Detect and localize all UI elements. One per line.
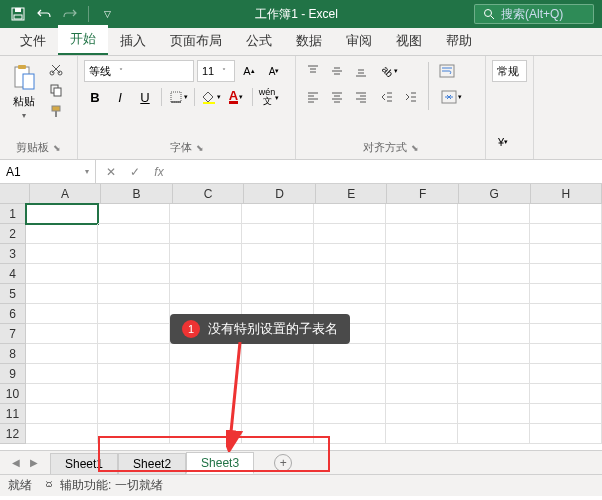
cell[interactable] (98, 304, 170, 324)
cell[interactable] (314, 264, 386, 284)
cell[interactable] (314, 224, 386, 244)
cell[interactable] (98, 224, 170, 244)
cell[interactable] (242, 404, 314, 424)
font-size-select[interactable]: 11˅ (197, 60, 235, 82)
row-header[interactable]: 7 (0, 324, 26, 344)
cell[interactable] (386, 424, 458, 444)
row-header[interactable]: 4 (0, 264, 26, 284)
tab-file[interactable]: 文件 (8, 27, 58, 55)
cell[interactable] (242, 304, 314, 324)
cell[interactable] (98, 204, 170, 224)
cell[interactable] (170, 204, 242, 224)
col-header[interactable]: B (101, 184, 173, 203)
search-box[interactable]: 搜索(Alt+Q) (474, 4, 594, 24)
cell[interactable] (386, 344, 458, 364)
wrap-text-icon[interactable] (435, 60, 459, 82)
cell[interactable] (314, 204, 386, 224)
cell[interactable] (242, 244, 314, 264)
row-header[interactable]: 6 (0, 304, 26, 324)
cell[interactable] (242, 204, 314, 224)
cell[interactable] (26, 324, 98, 344)
row-header[interactable]: 1 (0, 204, 26, 224)
cell[interactable] (26, 244, 98, 264)
cell[interactable] (458, 224, 530, 244)
cell[interactable] (458, 424, 530, 444)
cell[interactable] (386, 284, 458, 304)
font-name-select[interactable]: 等线˅ (84, 60, 194, 82)
cell[interactable] (242, 284, 314, 304)
cell[interactable] (386, 244, 458, 264)
tab-help[interactable]: 帮助 (434, 27, 484, 55)
col-header[interactable]: F (387, 184, 459, 203)
cell[interactable] (314, 364, 386, 384)
currency-icon[interactable]: ¥▾ (492, 131, 514, 153)
cell[interactable] (98, 404, 170, 424)
cell[interactable] (386, 204, 458, 224)
cell[interactable] (98, 264, 170, 284)
col-header[interactable]: A (30, 184, 102, 203)
cell[interactable] (314, 404, 386, 424)
col-header[interactable]: D (244, 184, 316, 203)
cell[interactable] (386, 384, 458, 404)
cell[interactable] (170, 384, 242, 404)
number-format-select[interactable]: 常规 (492, 60, 527, 82)
cell[interactable] (458, 344, 530, 364)
cell[interactable] (242, 344, 314, 364)
cell[interactable] (242, 384, 314, 404)
cell[interactable] (98, 324, 170, 344)
sheet-nav-prev-icon[interactable]: ◀ (8, 455, 24, 471)
cell[interactable] (170, 424, 242, 444)
cell[interactable] (98, 244, 170, 264)
cancel-icon[interactable]: ✕ (100, 162, 122, 182)
formula-input[interactable] (174, 160, 602, 183)
cell[interactable] (530, 284, 602, 304)
cell[interactable] (314, 344, 386, 364)
cell[interactable] (98, 424, 170, 444)
align-launcher-icon[interactable]: ⬊ (411, 143, 419, 153)
align-top-icon[interactable] (302, 60, 324, 82)
cell[interactable] (530, 224, 602, 244)
cell[interactable] (26, 224, 98, 244)
cell[interactable] (26, 344, 98, 364)
row-header[interactable]: 10 (0, 384, 26, 404)
decrease-font-icon[interactable]: A▾ (263, 60, 285, 82)
cell[interactable] (530, 304, 602, 324)
cell[interactable] (458, 404, 530, 424)
cell[interactable] (314, 284, 386, 304)
cell[interactable] (98, 384, 170, 404)
cell[interactable] (98, 284, 170, 304)
row-header[interactable]: 8 (0, 344, 26, 364)
cell[interactable] (530, 404, 602, 424)
select-all-corner[interactable] (0, 184, 30, 203)
cell[interactable] (242, 364, 314, 384)
cell[interactable] (530, 364, 602, 384)
cell[interactable] (242, 424, 314, 444)
cell[interactable] (242, 264, 314, 284)
tab-home[interactable]: 开始 (58, 25, 108, 55)
row-header[interactable]: 9 (0, 364, 26, 384)
cell[interactable] (26, 404, 98, 424)
cell[interactable] (242, 324, 314, 344)
cell[interactable] (170, 344, 242, 364)
cell[interactable] (386, 364, 458, 384)
row-header[interactable]: 5 (0, 284, 26, 304)
cell[interactable] (458, 384, 530, 404)
cell[interactable] (314, 304, 386, 324)
tab-view[interactable]: 视图 (384, 27, 434, 55)
sheet-nav-next-icon[interactable]: ▶ (26, 455, 42, 471)
col-header[interactable]: C (173, 184, 245, 203)
cell[interactable] (386, 264, 458, 284)
tab-insert[interactable]: 插入 (108, 27, 158, 55)
italic-button[interactable]: I (109, 86, 131, 108)
cell[interactable] (530, 424, 602, 444)
tab-formulas[interactable]: 公式 (234, 27, 284, 55)
cell[interactable] (386, 304, 458, 324)
row-header[interactable]: 11 (0, 404, 26, 424)
cell[interactable] (530, 324, 602, 344)
cell[interactable] (530, 244, 602, 264)
cell[interactable] (314, 324, 386, 344)
indent-decrease-icon[interactable] (376, 86, 398, 108)
row-header[interactable]: 12 (0, 424, 26, 444)
cell[interactable] (170, 404, 242, 424)
border-icon[interactable]: ▾ (167, 86, 189, 108)
